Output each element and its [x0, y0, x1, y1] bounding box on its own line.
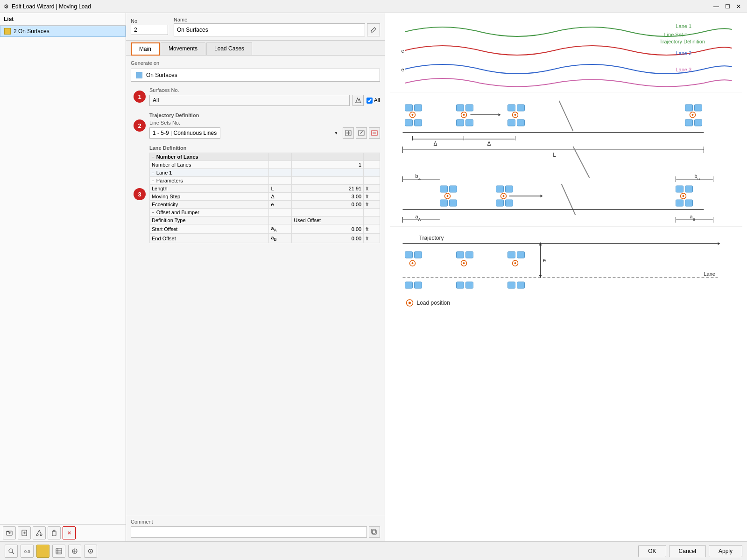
tab-main[interactable]: Main	[131, 42, 160, 56]
delete-button[interactable]: ✕	[63, 526, 76, 539]
ok-button[interactable]: OK	[638, 545, 666, 557]
line-sets-edit-button[interactable]	[356, 127, 367, 139]
title-bar-controls: — ☐ ✕	[712, 2, 743, 11]
new-item-button[interactable]	[18, 526, 31, 539]
svg-rect-43	[508, 105, 515, 111]
name-input[interactable]	[174, 23, 365, 36]
surfaces-pick-button[interactable]	[352, 95, 364, 106]
cut-button[interactable]	[33, 526, 46, 539]
svg-rect-77	[440, 186, 448, 192]
svg-text:aB: aB	[690, 214, 695, 222]
tab-load-cases[interactable]: Load Cases	[206, 42, 252, 55]
step2-row: 2 Trajectory Definition Line Sets No. 1 …	[149, 112, 380, 139]
center-panel: No. Name Main Movements Load Cases	[126, 13, 385, 541]
svg-text:e: e	[402, 67, 404, 72]
svg-point-117	[412, 262, 414, 264]
svg-point-32	[412, 114, 414, 116]
apply-button[interactable]: Apply	[709, 545, 742, 557]
table-row: Moving Step Δ 3.00 ft	[150, 193, 380, 201]
all-checkbox-wrapper: All	[366, 97, 380, 104]
svg-rect-48	[517, 119, 525, 126]
svg-line-49	[559, 101, 573, 131]
svg-line-138	[12, 552, 14, 554]
zoom-button[interactable]	[5, 545, 18, 558]
all-checkbox[interactable]	[366, 98, 373, 104]
svg-marker-109	[718, 242, 720, 245]
collapse-icon[interactable]: −	[152, 178, 155, 183]
step1-indicator: 1	[134, 91, 146, 103]
title-bar: ⚙ Edit Load Wizard | Moving Load — ☐ ✕	[0, 0, 747, 13]
table-row: Definition Type Used Offset	[150, 217, 380, 224]
generate-on-value: On Surfaces	[146, 72, 177, 78]
svg-rect-96	[676, 200, 684, 206]
cursor-button[interactable]	[68, 545, 81, 558]
close-button[interactable]: ✕	[734, 2, 743, 11]
comment-input[interactable]	[131, 526, 367, 538]
table-row: Eccentricity e 0.00 ft	[150, 201, 380, 209]
line-sets-add-button[interactable]	[343, 127, 354, 139]
svg-text:aA: aA	[416, 214, 421, 222]
svg-text:Lane 3: Lane 3	[676, 67, 692, 72]
svg-point-147	[90, 550, 92, 552]
line-sets-select-wrapper: 1 - 5-9 | Continuous Lines	[149, 127, 341, 139]
svg-text:Lane 1: Lane 1	[676, 23, 692, 29]
new-folder-button[interactable]	[3, 526, 16, 539]
comment-copy-button[interactable]	[369, 526, 380, 538]
svg-point-137	[9, 549, 13, 553]
maximize-button[interactable]: ☐	[723, 2, 732, 11]
surfaces-input[interactable]	[149, 95, 350, 106]
line-sets-remove-button[interactable]	[369, 127, 380, 139]
collapse-icon[interactable]: −	[152, 170, 155, 175]
svg-rect-33	[405, 119, 413, 126]
svg-text:Lane: Lane	[704, 271, 715, 277]
svg-rect-84	[506, 186, 513, 192]
no-input[interactable]	[131, 25, 168, 35]
diagram-mid: Δ Δ L bA bB	[390, 96, 742, 227]
lane-def-label: Lane Definition	[149, 145, 380, 151]
tab-movements[interactable]: Movements	[161, 42, 205, 55]
load-markers-top	[405, 101, 702, 131]
svg-rect-92	[676, 186, 684, 192]
svg-rect-78	[450, 186, 457, 192]
svg-rect-123	[405, 282, 413, 288]
svg-rect-87	[496, 200, 504, 206]
comment-section: Comment	[126, 515, 385, 541]
surfaces-input-row: All	[149, 95, 380, 106]
svg-rect-93	[685, 186, 693, 192]
svg-rect-113	[466, 252, 473, 258]
minimize-button[interactable]: —	[712, 2, 721, 11]
svg-rect-12	[53, 530, 55, 532]
svg-rect-39	[457, 119, 464, 126]
sidebar-item-on-surfaces[interactable]: 2 On Surfaces	[0, 26, 126, 37]
svg-rect-36	[466, 105, 473, 111]
step3-row: 3 Lane Definition −Number of Lanes	[149, 145, 380, 243]
svg-point-119	[463, 262, 465, 264]
no-field-group: No.	[131, 18, 168, 35]
svg-rect-82	[450, 200, 457, 206]
svg-line-10	[39, 530, 41, 534]
lanes-diagram: e e Lane 1 Line Set = Trajectory Definit…	[390, 18, 742, 92]
cancel-button[interactable]: Cancel	[669, 545, 706, 557]
collapse-icon[interactable]: −	[152, 154, 155, 160]
svg-rect-110	[405, 252, 413, 258]
line-sets-row: 1 - 5-9 | Continuous Lines	[149, 127, 380, 139]
collapse-icon[interactable]: −	[152, 210, 155, 215]
bottom-right-buttons: OK Cancel Apply	[638, 545, 742, 557]
diagram-panel: e e Lane 1 Line Set = Trajectory Definit…	[385, 13, 747, 541]
paste-button[interactable]	[48, 526, 61, 539]
table-row: −Lane 1	[150, 169, 380, 177]
window-title: Edit Load Wizard | Moving Load	[12, 3, 91, 10]
svg-line-9	[37, 530, 39, 534]
svg-point-38	[463, 114, 465, 116]
line-sets-select[interactable]: 1 - 5-9 | Continuous Lines	[149, 127, 220, 139]
svg-rect-114	[508, 252, 515, 258]
number-button[interactable]: 0.00	[21, 545, 34, 558]
no-name-row: No. Name	[126, 13, 385, 41]
table-button[interactable]	[52, 545, 65, 558]
svg-rect-115	[517, 252, 525, 258]
settings-button[interactable]	[84, 545, 97, 558]
tabs-row: Main Movements Load Cases	[126, 41, 385, 56]
svg-rect-83	[496, 186, 504, 192]
edit-name-button[interactable]	[367, 23, 380, 36]
color-button[interactable]	[36, 545, 49, 558]
